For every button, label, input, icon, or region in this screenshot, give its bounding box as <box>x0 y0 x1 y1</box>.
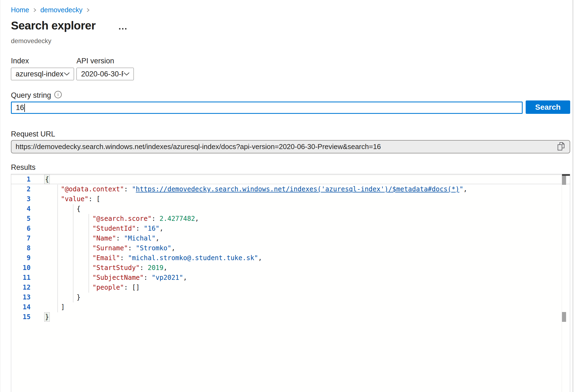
code-text: "people": [] <box>45 283 140 292</box>
line-number[interactable]: 5 <box>11 214 31 224</box>
code-line[interactable]: 1{ <box>11 174 570 184</box>
code-text: "Email": "michal.stromko@.student.tuke.s… <box>45 253 262 263</box>
code-text: "@odata.context": "https://demovedecky.s… <box>45 184 467 194</box>
request-url-field[interactable]: https://demovedecky.search.windows.net/i… <box>11 140 570 153</box>
code-text: } <box>45 292 81 302</box>
line-number[interactable]: 4 <box>11 204 31 214</box>
code-text: "@search.score": 2.4277482, <box>45 214 199 224</box>
api-version-select[interactable]: 2020-06-30-Pre... <box>76 68 134 80</box>
query-string-value: 16 <box>12 103 24 112</box>
index-label: Index <box>11 57 29 65</box>
code-text: "StudentId": "16", <box>45 224 164 233</box>
ellipsis-icon <box>122 28 123 29</box>
line-number[interactable]: 8 <box>11 243 31 253</box>
index-select[interactable]: azuresql-index <box>11 68 74 80</box>
breadcrumb: Home demovedecky <box>11 6 90 14</box>
line-number[interactable]: 2 <box>11 184 31 194</box>
line-number[interactable]: 14 <box>11 302 31 312</box>
code-text: ] <box>45 302 65 312</box>
code-line[interactable]: 4 { <box>11 204 570 214</box>
chevron-down-icon <box>123 72 134 76</box>
code-text: { <box>45 204 81 214</box>
code-line[interactable]: 8 "Surname": "Stromko", <box>11 243 570 253</box>
breadcrumb-home-link[interactable]: Home <box>11 6 29 14</box>
page-subtitle: demovedecky <box>11 37 51 45</box>
chevron-down-icon <box>64 72 74 76</box>
chevron-right-icon <box>33 8 37 13</box>
index-select-value: azuresql-index <box>11 70 64 78</box>
query-string-input[interactable]: 16 <box>11 102 523 114</box>
line-number[interactable]: 11 <box>11 273 31 283</box>
code-text: } <box>45 312 49 322</box>
code-line[interactable]: 15} <box>11 312 570 322</box>
copy-button[interactable] <box>555 142 570 152</box>
code-line[interactable]: 2 "@odata.context": "https://demovedecky… <box>11 184 570 194</box>
breadcrumb-demovedecky-link[interactable]: demovedecky <box>40 6 82 14</box>
text-cursor <box>24 104 25 112</box>
line-number[interactable]: 10 <box>11 263 31 273</box>
line-number[interactable]: 9 <box>11 253 31 263</box>
ellipsis-icon <box>125 28 126 29</box>
code-line[interactable]: 14 ] <box>11 302 570 312</box>
ellipsis-icon <box>119 28 120 29</box>
api-version-select-value: 2020-06-30-Pre... <box>77 70 123 78</box>
copy-icon <box>557 142 565 152</box>
line-number[interactable]: 7 <box>11 233 31 243</box>
pane-edge-right <box>573 0 573 392</box>
code-text: "Surname": "Stromko", <box>45 243 175 253</box>
code-text: "StartStudy": 2019, <box>45 263 167 273</box>
code-text: "value": [ <box>45 194 100 204</box>
code-text: "Name": "Michal", <box>45 233 159 243</box>
code-line[interactable]: 13 } <box>11 292 570 302</box>
page-title: Search explorer <box>11 19 96 32</box>
line-number[interactable]: 15 <box>11 312 31 322</box>
code-line[interactable]: 3 "value": [ <box>11 194 570 204</box>
chevron-right-icon <box>86 8 90 13</box>
scrollbar-thumb[interactable] <box>562 176 566 185</box>
search-button[interactable]: Search <box>526 100 570 114</box>
line-number[interactable]: 1 <box>11 175 31 184</box>
request-url-label: Request URL <box>11 130 55 138</box>
results-editor[interactable]: 1{2 "@odata.context": "https://demovedec… <box>11 174 570 392</box>
code-area[interactable]: 1{2 "@odata.context": "https://demovedec… <box>11 174 570 322</box>
info-icon[interactable]: i <box>54 91 62 98</box>
line-number[interactable]: 3 <box>11 194 31 204</box>
request-url-value: https://demovedecky.search.windows.net/i… <box>11 142 555 151</box>
query-string-label: Query string <box>11 91 51 100</box>
editor-scrollbar[interactable] <box>562 174 570 392</box>
code-line[interactable]: 7 "Name": "Michal", <box>11 233 570 243</box>
results-label: Results <box>11 163 35 172</box>
code-line[interactable]: 12 "people": [] <box>11 283 570 292</box>
line-number[interactable]: 13 <box>11 292 31 302</box>
code-text: "SubjectName": "vp2021", <box>45 273 187 283</box>
code-line[interactable]: 5 "@search.score": 2.4277482, <box>11 214 570 224</box>
overview-ruler-mark <box>562 312 566 322</box>
code-line[interactable]: 9 "Email": "michal.stromko@.student.tuke… <box>11 253 570 263</box>
line-number[interactable]: 6 <box>11 224 31 233</box>
api-version-label: API version <box>76 57 114 65</box>
code-line[interactable]: 11 "SubjectName": "vp2021", <box>11 273 570 283</box>
more-actions-button[interactable] <box>118 27 128 31</box>
line-number[interactable]: 12 <box>11 283 31 292</box>
code-line[interactable]: 10 "StartStudy": 2019, <box>11 263 570 273</box>
pane-edge-left <box>0 0 0 392</box>
code-text: { <box>45 175 49 184</box>
code-line[interactable]: 6 "StudentId": "16", <box>11 224 570 233</box>
